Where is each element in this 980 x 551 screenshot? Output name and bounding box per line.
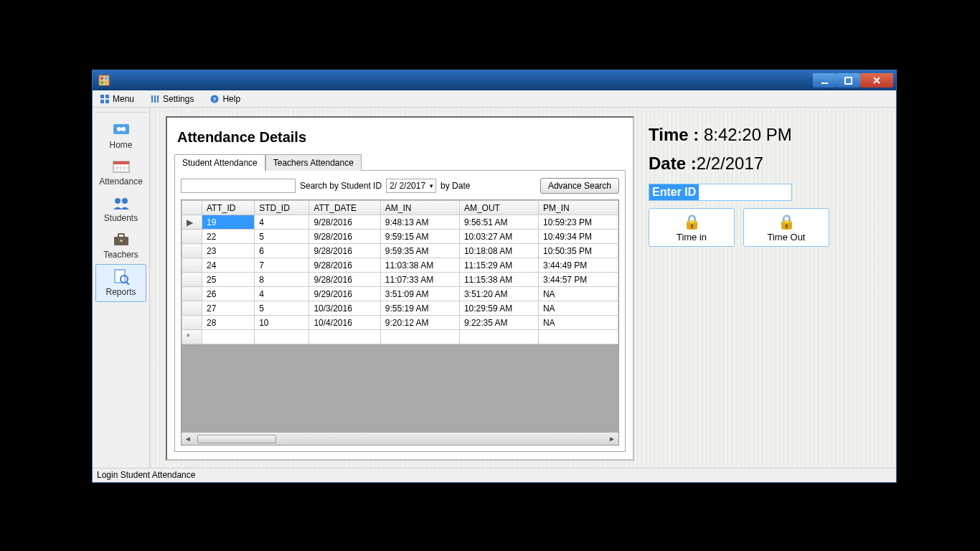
sidebar-item-students[interactable]: Students bbox=[93, 191, 149, 227]
cell[interactable]: 11:15:38 AM bbox=[459, 273, 538, 287]
cell[interactable]: 8 bbox=[255, 273, 309, 287]
time-in-button[interactable]: 🔒 Time in bbox=[649, 208, 735, 247]
menu-settings[interactable]: Settings bbox=[147, 93, 197, 105]
cell[interactable]: 3:51:20 AM bbox=[459, 287, 538, 301]
table-row[interactable]: 2649/29/20163:51:09 AM3:51:20 AMNA bbox=[182, 287, 618, 301]
scroll-right-icon[interactable]: ► bbox=[606, 435, 618, 443]
svg-rect-10 bbox=[105, 100, 109, 103]
cell[interactable]: 23 bbox=[202, 244, 255, 258]
col-header[interactable]: ATT_ID bbox=[202, 201, 255, 215]
cell[interactable]: 11:07:33 AM bbox=[380, 273, 459, 287]
col-header[interactable]: AM_IN bbox=[380, 201, 459, 215]
cell[interactable]: 9:59:35 AM bbox=[380, 244, 459, 258]
table-row[interactable]: 27510/3/20169:55:19 AM10:29:59 AMNA bbox=[182, 301, 618, 316]
cell[interactable]: 9/28/2016 bbox=[309, 215, 380, 230]
sidebar-item-attendance[interactable]: Attendance bbox=[93, 154, 149, 191]
cell[interactable]: 3:51:09 AM bbox=[380, 287, 459, 301]
cell[interactable]: 9:48:13 AM bbox=[380, 215, 459, 230]
cell[interactable]: 10:29:59 AM bbox=[459, 301, 538, 316]
cell[interactable]: 28 bbox=[202, 316, 255, 330]
cell[interactable]: 25 bbox=[202, 273, 255, 287]
cell[interactable]: 5 bbox=[255, 230, 309, 244]
menubar: Menu Settings ? Help bbox=[93, 90, 896, 108]
cell[interactable] bbox=[255, 330, 309, 344]
cell[interactable]: 5 bbox=[255, 301, 309, 316]
cell[interactable]: 9/29/2016 bbox=[309, 287, 380, 301]
table-row[interactable]: 2479/28/201611:03:38 AM11:15:29 AM3:44:4… bbox=[182, 258, 618, 273]
cell[interactable]: 11:03:38 AM bbox=[380, 258, 459, 273]
cell[interactable]: 9/28/2016 bbox=[309, 273, 380, 287]
cell[interactable]: 27 bbox=[202, 301, 255, 316]
cell[interactable]: 10:50:35 PM bbox=[538, 244, 618, 258]
cell[interactable] bbox=[202, 330, 255, 344]
data-grid[interactable]: ATT_IDSTD_IDATT_DATEAM_INAM_OUTPM_IN▶194… bbox=[181, 199, 619, 446]
maximize-button[interactable] bbox=[837, 73, 860, 88]
table-row[interactable]: ▶1949/28/20169:48:13 AM9:56:51 AM10:59:2… bbox=[182, 215, 618, 230]
search-date-picker[interactable]: 2/ 2/2017 ▼ bbox=[386, 179, 436, 193]
menu-help[interactable]: ? Help bbox=[207, 93, 243, 105]
cell[interactable]: 10/3/2016 bbox=[309, 301, 380, 316]
cell[interactable]: 4 bbox=[255, 215, 309, 230]
cell[interactable]: 6 bbox=[255, 244, 309, 258]
cell[interactable]: 24 bbox=[202, 258, 255, 273]
sidebar-item-teachers[interactable]: Teachers bbox=[93, 227, 149, 264]
cell[interactable]: 10 bbox=[255, 316, 309, 330]
col-header[interactable]: STD_ID bbox=[255, 201, 309, 215]
advance-search-button[interactable]: Advance Search bbox=[540, 178, 619, 194]
cell[interactable]: 9:59:15 AM bbox=[380, 230, 459, 244]
col-header[interactable]: AM_OUT bbox=[459, 201, 538, 215]
tab-teachers-attendance[interactable]: Teachers Attendance bbox=[265, 154, 362, 171]
cell[interactable]: 10:59:23 PM bbox=[538, 215, 618, 230]
cell[interactable] bbox=[309, 330, 380, 344]
scroll-thumb[interactable] bbox=[197, 435, 276, 443]
time-out-label: Time Out bbox=[768, 232, 806, 242]
cell[interactable]: 22 bbox=[202, 230, 255, 244]
table-row[interactable]: 2259/28/20169:59:15 AM10:03:27 AM10:49:3… bbox=[182, 230, 618, 244]
horizontal-scrollbar[interactable]: ◄ ► bbox=[182, 432, 618, 445]
table-row[interactable]: 281010/4/20169:20:12 AM9:22:35 AMNA bbox=[182, 316, 618, 330]
cell[interactable]: 9:55:19 AM bbox=[380, 301, 459, 316]
time-out-button[interactable]: 🔒 Time Out bbox=[743, 208, 829, 247]
sidebar-item-home[interactable]: Home bbox=[93, 118, 149, 154]
cell[interactable]: NA bbox=[538, 287, 618, 301]
cell[interactable]: 9/28/2016 bbox=[309, 258, 380, 273]
cell[interactable]: 9:56:51 AM bbox=[459, 215, 538, 230]
sidebar-item-reports[interactable]: Reports bbox=[95, 264, 146, 302]
cell[interactable]: 10:49:34 PM bbox=[538, 230, 618, 244]
cell[interactable]: 9:22:35 AM bbox=[459, 316, 538, 330]
cell[interactable]: 9/28/2016 bbox=[309, 230, 380, 244]
cell[interactable]: 3:44:57 PM bbox=[538, 273, 618, 287]
cell[interactable]: 10:18:08 AM bbox=[459, 244, 538, 258]
cell[interactable]: 4 bbox=[255, 287, 309, 301]
col-header[interactable]: ATT_DATE bbox=[309, 201, 380, 215]
titlebar[interactable] bbox=[93, 70, 896, 90]
tab-student-attendance[interactable]: Student Attendance bbox=[174, 154, 265, 171]
table-row[interactable]: 2589/28/201611:07:33 AM11:15:38 AM3:44:5… bbox=[182, 273, 618, 287]
cell[interactable]: NA bbox=[538, 316, 618, 330]
cell[interactable] bbox=[380, 330, 459, 344]
cell[interactable]: 11:15:29 AM bbox=[459, 258, 538, 273]
cell[interactable]: 10/4/2016 bbox=[309, 316, 380, 330]
table-new-row[interactable]: * bbox=[182, 330, 618, 344]
cell[interactable]: 26 bbox=[202, 287, 255, 301]
people-icon bbox=[111, 195, 131, 211]
cell[interactable] bbox=[459, 330, 538, 344]
menu-menu[interactable]: Menu bbox=[97, 93, 137, 105]
cell[interactable]: 19 bbox=[202, 215, 255, 230]
grid-icon bbox=[100, 94, 110, 104]
cell[interactable]: 7 bbox=[255, 258, 309, 273]
table-row[interactable]: 2369/28/20169:59:35 AM10:18:08 AM10:50:3… bbox=[182, 244, 618, 258]
enter-id-input[interactable]: Enter ID bbox=[649, 184, 792, 201]
cell[interactable]: 10:03:27 AM bbox=[459, 230, 538, 244]
cell[interactable]: 3:44:49 PM bbox=[538, 258, 618, 273]
scroll-left-icon[interactable]: ◄ bbox=[182, 435, 194, 443]
col-header[interactable]: PM_IN bbox=[538, 201, 618, 215]
cell[interactable] bbox=[538, 330, 618, 344]
close-button[interactable] bbox=[860, 73, 893, 88]
cell[interactable]: 9/28/2016 bbox=[309, 244, 380, 258]
cell[interactable]: NA bbox=[538, 301, 618, 316]
search-bar: Search by Student ID 2/ 2/2017 ▼ by Date… bbox=[181, 178, 619, 194]
cell[interactable]: 9:20:12 AM bbox=[380, 316, 459, 330]
search-student-id-input[interactable] bbox=[181, 179, 296, 193]
minimize-button[interactable] bbox=[813, 73, 837, 88]
